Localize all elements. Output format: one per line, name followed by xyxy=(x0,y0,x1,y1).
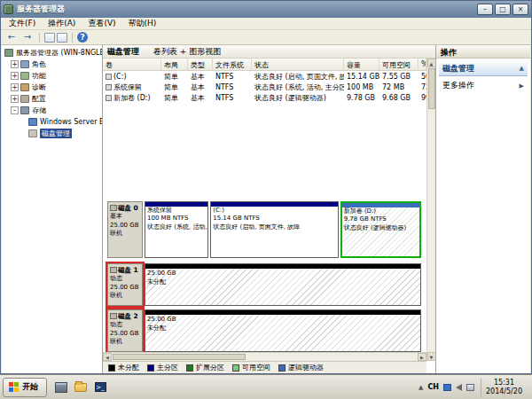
tree-item-storage[interactable]: - 存储 xyxy=(2,105,102,116)
legend-logical-drive: 逻辑驱动器 xyxy=(278,363,324,372)
titlebar[interactable]: 服务器管理器 – □ × xyxy=(1,1,531,18)
disk-size: 25.00 GB xyxy=(110,284,140,292)
minimize-button[interactable]: – xyxy=(477,4,493,15)
network-icon[interactable] xyxy=(466,384,474,391)
console-tree: 服务器管理器 (WIN-8NGLE9F0V5) + 角色 + 功能 + 诊断 +… xyxy=(2,45,103,373)
free-space-cell: 7.55 GB xyxy=(379,73,419,81)
column-status[interactable]: 状态 xyxy=(252,59,344,70)
expand-plus-icon[interactable]: + xyxy=(11,60,19,68)
column-type[interactable]: 类型 xyxy=(188,59,213,70)
tree-item-diagnostics[interactable]: + 诊断 xyxy=(2,82,102,93)
forward-icon[interactable]: → xyxy=(20,31,35,43)
vertical-scrollbar[interactable]: ▲ ▼ xyxy=(426,59,435,361)
collapse-arrow-icon[interactable]: ▲ xyxy=(520,65,524,72)
legend-swatch xyxy=(186,364,193,372)
disk-0-header[interactable]: 磁盘 0 基本 25.00 GB 联机 xyxy=(107,201,143,258)
column-volume[interactable]: 卷 xyxy=(103,59,161,70)
partition-status: 未分配 xyxy=(145,278,420,286)
maximize-button[interactable]: □ xyxy=(495,4,511,15)
pane-title: 磁盘管理 xyxy=(107,46,139,58)
actions-section-disk-management[interactable]: 磁盘管理 ▲ xyxy=(439,61,528,76)
disk-icon xyxy=(110,313,117,319)
menu-help[interactable]: 帮助(H) xyxy=(122,18,163,29)
disk-0-partitions: 系统保留 100 MB NTFS 状态良好 (系统, 活动, 主 (C:) 15… xyxy=(143,201,421,258)
properties-icon[interactable] xyxy=(57,33,67,43)
tree-item-label: 诊断 xyxy=(32,82,46,92)
taskbar-explorer-icon[interactable] xyxy=(72,379,90,396)
volume-icon[interactable] xyxy=(456,384,462,391)
content-area: 服务器管理器 (WIN-8NGLE9F0V5) + 角色 + 功能 + 诊断 +… xyxy=(2,45,530,373)
partition-c[interactable]: (C:) 15.14 GB NTFS 状态良好 (启动, 页面文件, 故障 xyxy=(210,201,338,258)
collapse-minus-icon[interactable]: - xyxy=(11,106,19,114)
layout-cell: 简单 xyxy=(161,72,188,82)
legend-free-space: 可用空间 xyxy=(232,363,270,372)
disk-2-header[interactable]: 磁盘 2 动态 25.00 GB 联机 xyxy=(107,309,143,352)
column-filesystem[interactable]: 文件系统 xyxy=(213,59,252,70)
partition-color-stripe xyxy=(145,310,420,315)
scrollbar-thumb[interactable] xyxy=(113,354,246,360)
start-button[interactable]: 开始 xyxy=(3,378,47,397)
capacity-cell: 15.14 GB xyxy=(344,73,379,81)
partition-status: 状态良好 (启动, 页面文件, 故障 xyxy=(211,223,337,231)
volume-icon xyxy=(106,95,112,101)
column-free-space[interactable]: 可用空间 xyxy=(379,59,419,70)
toolbar: ← → ? xyxy=(1,30,531,45)
volume-row-system-reserved[interactable]: 系统保留 简单 基本 NTFS 状态良好 (系统, 活动, 主分区) 100 M… xyxy=(103,82,426,92)
scroll-up-icon[interactable]: ▲ xyxy=(427,59,436,67)
menu-view[interactable]: 查看(V) xyxy=(82,18,121,29)
server-manager-icon xyxy=(4,49,13,57)
expand-plus-icon[interactable]: + xyxy=(11,72,19,80)
back-icon[interactable]: ← xyxy=(4,31,19,43)
show-hidden-icons-icon[interactable]: ▲ xyxy=(419,384,423,391)
partition-d-selected[interactable]: 新加卷 (D:) 9.78 GB NTFS 状态良好 (逻辑驱动器) xyxy=(340,201,421,258)
unallocated-space[interactable]: 25.00 GB 未分配 xyxy=(145,309,421,352)
tree-root[interactable]: 服务器管理器 (WIN-8NGLE9F0V5) xyxy=(2,47,102,59)
column-layout[interactable]: 布局 xyxy=(161,59,188,70)
taskbar: 开始 >_ ▲ CH 15:31 2014/5/20 xyxy=(0,374,532,399)
partition-size: 15.14 GB NTFS xyxy=(211,215,337,223)
help-icon[interactable]: ? xyxy=(77,32,88,43)
menu-action[interactable]: 操作(A) xyxy=(42,18,82,29)
disk-2-partitions: 25.00 GB 未分配 xyxy=(143,309,421,352)
scroll-right-icon[interactable]: ▶ xyxy=(418,353,426,361)
tree-item-roles[interactable]: + 角色 xyxy=(2,59,102,70)
taskbar-shell-icon[interactable]: >_ xyxy=(91,379,109,396)
disk-status: 联机 xyxy=(110,338,140,346)
tree-item-disk-management[interactable]: 磁盘管理 xyxy=(2,128,102,139)
volume-row-d[interactable]: 新加卷 (D:) 简单 基本 NTFS 状态良好 (逻辑驱动器) 9.78 GB… xyxy=(103,92,426,103)
partition-system-reserved[interactable]: 系统保留 100 MB NTFS 状态良好 (系统, 活动, 主 xyxy=(145,201,208,258)
disk-1-row: 磁盘 1 动态 25.00 GB 联机 25.00 GB 未分配 xyxy=(107,263,421,306)
close-button[interactable]: × xyxy=(512,4,528,15)
tree-item-windows-server-backup[interactable]: Windows Server Backup xyxy=(2,116,102,128)
more-actions-item[interactable]: 更多操作 ▶ xyxy=(436,76,530,91)
volume-row-c[interactable]: (C:) 简单 基本 NTFS 状态良好 (启动, 页面文件, 故障转储, 主分… xyxy=(103,71,426,82)
column-capacity[interactable]: 容量 xyxy=(344,59,379,70)
volume-name-cell: (C:) xyxy=(103,73,161,81)
disk-1-header[interactable]: 磁盘 1 动态 25.00 GB 联机 xyxy=(107,263,143,306)
language-indicator[interactable]: CH xyxy=(427,383,439,391)
scroll-down-icon[interactable]: ▼ xyxy=(427,352,436,361)
expand-plus-icon[interactable]: + xyxy=(11,95,19,103)
diagnostics-icon xyxy=(20,83,29,91)
ime-icon[interactable] xyxy=(443,384,451,391)
partition-size: 100 MB NTFS xyxy=(145,215,207,223)
more-actions-label: 更多操作 xyxy=(442,80,474,91)
horizontal-scrollbar[interactable]: ◀ ▶ xyxy=(103,352,426,361)
expand-plus-icon[interactable]: + xyxy=(11,83,19,91)
disk-1-partitions: 25.00 GB 未分配 xyxy=(143,263,421,306)
volume-name-cell: 系统保留 xyxy=(103,82,161,92)
expand-arrow-icon[interactable]: ▶ xyxy=(520,82,524,90)
taskbar-clock[interactable]: 15:31 2014/5/20 xyxy=(481,379,527,396)
tree-item-features[interactable]: + 功能 xyxy=(2,70,102,82)
show-console-tree-icon[interactable] xyxy=(44,33,55,43)
partition-color-stripe xyxy=(145,264,420,269)
taskbar-server-manager-icon[interactable] xyxy=(52,379,70,396)
scrollbar-thumb[interactable] xyxy=(428,68,435,109)
scroll-left-icon[interactable]: ◀ xyxy=(103,353,112,361)
menu-file[interactable]: 文件(F) xyxy=(3,18,42,29)
volume-table-header[interactable]: 卷 布局 类型 文件系统 状态 容量 可用空间 % xyxy=(103,59,426,71)
column-percent[interactable]: % xyxy=(419,59,426,70)
volume-icon xyxy=(106,84,112,90)
tree-item-configuration[interactable]: + 配置 xyxy=(2,93,102,105)
unallocated-space[interactable]: 25.00 GB 未分配 xyxy=(145,263,421,306)
